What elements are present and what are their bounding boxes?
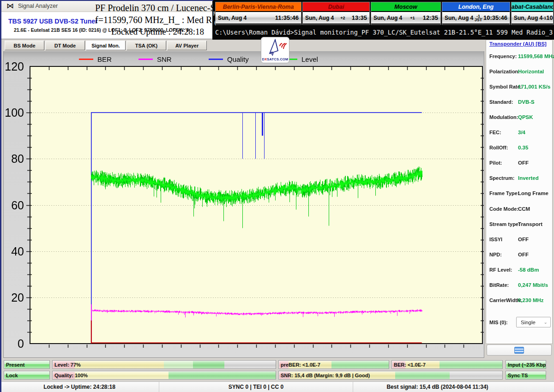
report-lines-icon [514,347,524,354]
status-sync-counters: SYNC 0 | TEI 0 | CC 0 [159,382,353,392]
tuner-name: TBS 5927 USB DVB-S2 Tuner [8,18,97,25]
transponder-row: Polarization:Horizontal [489,64,550,79]
transponder-row-value: Inverted [518,175,539,181]
clock-time: 11:35:46 [275,14,299,21]
transponder-row-value: Long Frame [518,190,548,196]
legend-label: BER [97,55,112,63]
clock-cell: London, EngSun, Aug 4-1 JST10:35:46 [442,2,510,25]
overlay-frequency-title: f=11599,760 MHz_H_ : Med Radio [95,15,228,25]
legend-label: SNR [157,55,172,63]
clock-time: 13:35 [352,14,367,21]
signal-chart-canvas [4,51,484,357]
transponder-row-label: Polarization: [489,69,520,74]
legend-label: Quality [227,55,249,63]
clock-time-row: Sun, Aug 4+112:35 [371,12,440,24]
clock-cell: MoscowSun, Aug 4+112:35 [371,2,441,25]
transponder-row-value: 3/4 [518,130,525,135]
status-indicator: Input (~235 Kbps) [506,360,546,369]
clock-cell: Rabat-CasablancaSun, Aug 4-110:35 [511,2,554,25]
transponder-row-label: Spectrum: [489,175,514,181]
clock-cell: DubaiSun, Aug 4+213:35 [302,2,370,25]
transponder-row-label: Code Mode: [489,206,518,212]
clock-time-row: Sun, Aug 4+213:35 [303,12,369,24]
clock-city-label: Moscow [371,2,440,12]
clock-city-label: London, Eng [442,2,510,12]
status-indicator: Sync TS [506,371,546,380]
transponder-row: Standard:DVB-S [489,94,550,109]
overlay-locked-uptime: Locked Uptime : 24:28:18 [111,27,204,37]
legend-swatch-snr [138,59,153,60]
dxsatcs-logo-text: DXSATCS.COM [262,57,288,61]
transponder-row-label: Modulation: [489,114,518,120]
transponder-row-label: BitRate: [489,282,509,288]
meter-indicator: BER: <1.0E-7 [391,360,503,369]
tab-av-player[interactable]: AV Player [167,41,207,50]
transponder-row: Symbol Rate:171,001 KS/s [489,79,550,94]
clock-date: Sun, Aug 4 [373,15,402,21]
clock-utc-offset: -1 JST [473,14,483,22]
transponder-row-value: Transport [518,221,542,227]
clock-date: Sun, Aug 4 [218,15,247,21]
legend-item: Quality [209,55,249,63]
transponder-panel-title: Transponder (AU) [BS] [489,41,547,47]
mis-dropdown[interactable]: Single ⌄ [516,317,551,327]
transponder-row-label: RollOff: [489,145,508,150]
transponder-row-label: Frequency: [489,53,517,59]
clock-time: 10:35 [546,14,554,21]
meter-indicator: Quality: 100% [52,371,276,380]
transponder-row-label: Stream type: [489,221,520,227]
transponder-row-label: Frame Type: [489,190,519,196]
clock-city-label: Rabat-Casablanca [512,2,553,12]
transponder-row-value: OFF [518,252,529,257]
transponder-row-label: Standard: [489,99,513,105]
window-left-border [0,0,1,392]
transponder-row: BitRate:0,247 Mbit/s [489,278,550,293]
clock-city-label: Dubai [303,2,369,12]
transponder-row-label: RF Level: [489,267,512,273]
tab-dt-mode[interactable]: DT Mode [45,41,85,50]
status-indicator: Lock [4,371,50,380]
clock-cell: Berlin-Paris-Vienna-RomaSun, Aug 411:35:… [215,2,301,25]
status-indicator: Present [4,360,50,369]
transponder-row-label: CarrierWidth: [489,297,522,303]
transponder-row-value: OFF [518,160,529,166]
clock-time: 10:35:46 [483,14,507,21]
transponder-row-label: FEC: [489,130,501,135]
tab-tsa-ok[interactable]: TSA (OK) [126,41,166,50]
clock-utc-offset: +1 [402,16,423,20]
terminal-window: M ( Berlin-Paris-Vienna-RomaSun, Aug 411… [212,0,554,40]
transponder-row-value: 0,247 Mbit/s [518,282,548,288]
transponder-row-label: Symbol Rate: [489,84,522,89]
chevron-down-icon: ⌄ [544,320,548,325]
tab-bs-mode[interactable]: BS Mode [5,41,44,50]
clock-time-row: Sun, Aug 411:35:46 [216,12,301,24]
transponder-row: Frequency:11599,568 MHz [489,48,550,64]
transponder-row: Frame Type:Long Frame [489,186,550,201]
window-title: Signal Analyzer [18,3,58,9]
report-button[interactable] [487,344,552,356]
clock-utc-offset: -1 [542,16,546,20]
tab-signal-mon[interactable]: Signal Mon. [86,41,126,50]
transponder-row-value: Horizontal [518,69,544,74]
transponder-row-value: 0.35 [518,145,528,150]
clock-utc-offset: +2 [334,16,352,20]
transponder-row-label: ISSYI [489,237,502,242]
clock-time: 12:35 [423,14,438,21]
signal-chart-panel: BERSNRQualityLevel [4,51,484,357]
transponder-row: Pilot:OFF [489,155,550,171]
status-uptime: Locked -> Uptime: 24:28:18 [0,382,159,392]
transponder-row: Modulation:QPSK [489,109,550,125]
transponder-row: FEC:3/4 [489,125,550,140]
transponder-row: ISSYIOFF [489,232,550,247]
legend-item: BER [79,55,112,63]
clock-time-row: Sun, Aug 4-1 JST10:35:46 [442,12,510,24]
transponder-row-value: QPSK [518,114,533,120]
transponder-row: Stream type:Transport [489,216,550,232]
transponder-row-value: OFF [518,237,529,242]
transponder-row: RollOff:0.35 [489,140,550,155]
legend-item: SNR [138,55,172,63]
signal-analyzer-app-icon: ⋈ [6,2,14,10]
transponder-panel: Transponder (AU) [BS] Frequency:11599,56… [486,40,553,344]
clock-date: Sun, Aug 4 [445,15,473,21]
clock-city-label: Berlin-Paris-Vienna-Roma [216,2,301,12]
